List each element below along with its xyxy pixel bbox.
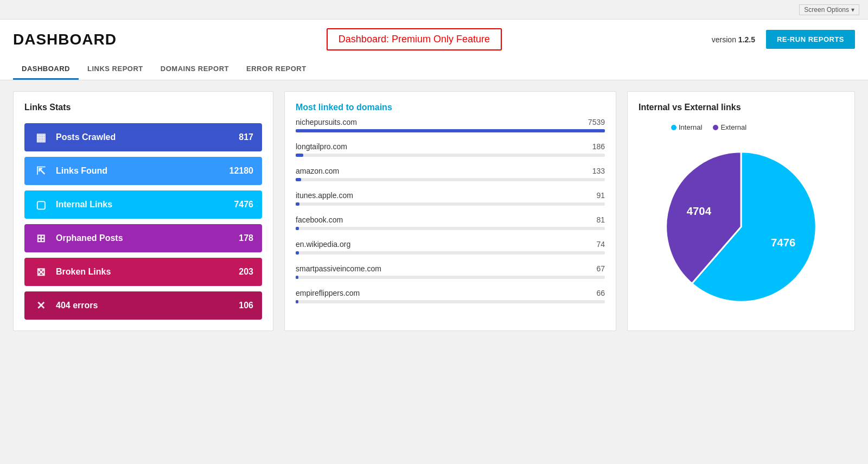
header: DASHBOARD Dashboard: Premium Only Featur… (0, 20, 868, 80)
broken-links-label: Broken Links (56, 267, 239, 277)
domain-name: nichepursuits.com (296, 118, 357, 126)
nav-tabs: DASHBOARD LINKS REPORT DOMAINS REPORT ER… (13, 59, 855, 80)
stat-card-links-found[interactable]: ⇱ Links Found 12180 (24, 157, 262, 185)
domain-list: nichepursuits.com 7539 longtailpro.com 1… (296, 118, 605, 303)
content-area: Links Stats ▦ Posts Crawled 817 ⇱ Links … (0, 80, 868, 342)
domain-bar-fill (296, 227, 299, 230)
tab-domains-report[interactable]: DOMAINS REPORT (152, 59, 238, 80)
internal-links-label: Internal Links (56, 200, 234, 209)
domain-name: amazon.com (296, 167, 339, 175)
404-errors-value: 106 (239, 301, 253, 310)
rerun-reports-button[interactable]: RE-RUN REPORTS (766, 30, 855, 49)
pie-legend: Internal External (671, 123, 746, 131)
internal-external-panel: Internal vs External links Internal Exte… (627, 91, 855, 331)
stat-card-orphaned-posts[interactable]: ⊞ Orphaned Posts 178 (24, 224, 262, 252)
posts-crawled-label: Posts Crawled (56, 132, 239, 142)
broken-links-icon: ⊠ (33, 265, 48, 278)
domain-row: nichepursuits.com 7539 (296, 118, 605, 132)
posts-crawled-value: 817 (239, 132, 253, 142)
domain-row: en.wikipedia.org 74 (296, 240, 605, 255)
tab-error-report[interactable]: ERROR REPORT (238, 59, 315, 80)
domain-bar-fill (296, 154, 303, 157)
links-found-icon: ⇱ (33, 164, 48, 177)
screen-options-label: Screen Options (804, 6, 849, 14)
domain-name: en.wikipedia.org (296, 240, 350, 249)
domain-count: 133 (592, 167, 605, 175)
tab-dashboard[interactable]: DASHBOARD (13, 59, 79, 80)
404-errors-icon: ✕ (33, 299, 48, 312)
external-legend-label: External (720, 123, 746, 131)
domain-row: longtailpro.com 186 (296, 142, 605, 157)
domain-bar-bg (296, 227, 605, 230)
screen-options-button[interactable]: Screen Options ▾ (799, 4, 859, 15)
version-text: version 1.2.5 (712, 35, 755, 44)
stat-cards-list: ▦ Posts Crawled 817 ⇱ Links Found 12180 … (24, 123, 262, 320)
orphaned-posts-label: Orphaned Posts (56, 233, 239, 243)
premium-notice-badge: Dashboard: Premium Only Feature (327, 28, 502, 50)
stat-card-internal-links[interactable]: ▢ Internal Links 7476 (24, 190, 262, 219)
domain-row: facebook.com 81 (296, 215, 605, 230)
domain-bar-fill (296, 202, 299, 206)
most-linked-title: Most linked to domains (296, 103, 605, 112)
domain-bar-bg (296, 129, 605, 132)
domain-count: 66 (596, 289, 605, 297)
domain-count: 186 (592, 142, 605, 151)
stat-card-broken-links[interactable]: ⊠ Broken Links 203 (24, 258, 262, 286)
pie-chart-svg: 74764704 (654, 140, 828, 314)
domain-count: 7539 (588, 118, 605, 126)
pie-label-internal: 7476 (771, 237, 795, 249)
pie-container: Internal External 74764704 (639, 123, 844, 314)
chevron-down-icon: ▾ (851, 6, 854, 14)
domain-name: longtailpro.com (296, 142, 347, 151)
legend-external: External (713, 123, 746, 131)
domain-bar-fill (296, 300, 298, 303)
internal-external-title: Internal vs External links (639, 103, 844, 112)
domain-count: 81 (596, 215, 605, 224)
domain-row: itunes.apple.com 91 (296, 191, 605, 206)
orphaned-posts-value: 178 (239, 233, 253, 243)
domain-count: 91 (596, 191, 605, 200)
orphaned-posts-icon: ⊞ (33, 232, 48, 245)
domain-name: facebook.com (296, 215, 343, 224)
links-stats-panel: Links Stats ▦ Posts Crawled 817 ⇱ Links … (13, 91, 273, 331)
links-stats-title: Links Stats (24, 103, 262, 112)
domain-bar-bg (296, 154, 605, 157)
legend-internal: Internal (671, 123, 702, 131)
domain-name: empireflippers.com (296, 289, 360, 297)
domain-bar-fill (296, 129, 605, 132)
header-right: version 1.2.5 RE-RUN REPORTS (712, 30, 855, 49)
internal-links-value: 7476 (234, 200, 253, 209)
domain-name: itunes.apple.com (296, 191, 353, 200)
domain-bar-bg (296, 202, 605, 206)
posts-crawled-icon: ▦ (33, 131, 48, 144)
domain-row: smartpassiveincome.com 67 (296, 264, 605, 279)
domain-bar-bg (296, 251, 605, 255)
internal-legend-label: Internal (679, 123, 702, 131)
domain-row: empireflippers.com 66 (296, 289, 605, 303)
links-found-label: Links Found (56, 166, 229, 176)
external-legend-dot (713, 125, 718, 130)
broken-links-value: 203 (239, 267, 253, 277)
internal-legend-dot (671, 125, 676, 130)
stat-card-posts-crawled[interactable]: ▦ Posts Crawled 817 (24, 123, 262, 151)
domain-bar-bg (296, 178, 605, 181)
domain-count: 74 (596, 240, 605, 249)
domain-row: amazon.com 133 (296, 167, 605, 181)
domain-name: smartpassiveincome.com (296, 264, 381, 273)
domain-bar-fill (296, 276, 298, 279)
pie-label-external: 4704 (687, 205, 712, 217)
domain-bar-fill (296, 251, 299, 255)
top-bar: Screen Options ▾ (0, 0, 868, 20)
links-found-value: 12180 (229, 166, 254, 176)
stat-card-404-errors[interactable]: ✕ 404 errors 106 (24, 291, 262, 320)
tab-links-report[interactable]: LINKS REPORT (79, 59, 152, 80)
domain-bar-bg (296, 300, 605, 303)
domain-count: 67 (596, 264, 605, 273)
domain-bar-bg (296, 276, 605, 279)
404-errors-label: 404 errors (56, 301, 239, 310)
domain-bar-fill (296, 178, 301, 181)
page-title: DASHBOARD (13, 31, 117, 48)
most-linked-panel: Most linked to domains nichepursuits.com… (284, 91, 616, 331)
internal-links-icon: ▢ (33, 198, 48, 211)
